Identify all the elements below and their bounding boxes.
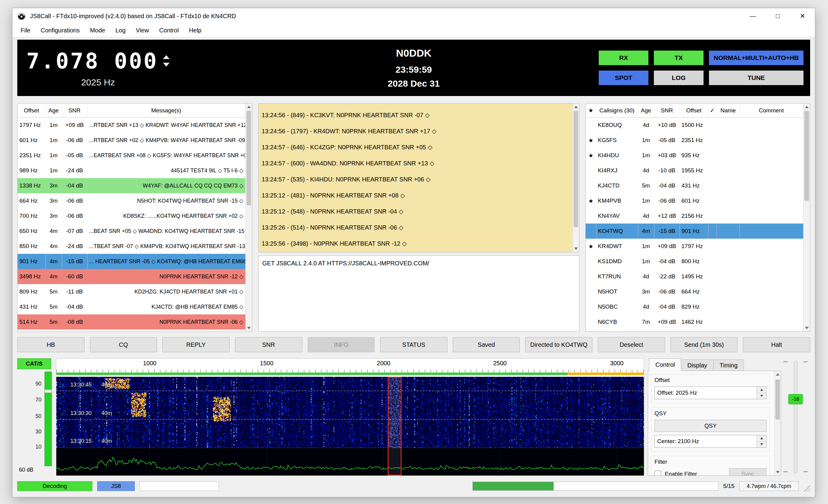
rx-button[interactable]: RX: [599, 51, 649, 65]
cell-star-icon[interactable]: ★: [586, 193, 596, 208]
frequency-down-icon[interactable]: [163, 63, 170, 67]
cell-star-icon[interactable]: [586, 284, 596, 299]
calls-column-header[interactable]: Name: [716, 103, 740, 118]
menu-item[interactable]: Configurations: [35, 24, 85, 37]
cell-star-icon[interactable]: [586, 208, 596, 223]
maximize-button[interactable]: □: [765, 8, 790, 24]
activity-row[interactable]: 850 Hz 4m -24 dB ...TBEAT SNR -07 ◇ KM4P…: [17, 239, 245, 254]
action-button[interactable]: STATUS: [380, 337, 447, 352]
gain-slider-handle[interactable]: -16: [788, 394, 803, 404]
callsign-row[interactable]: KO4TWQ 4m -15 dB 901 Hz: [586, 223, 803, 239]
tune-button[interactable]: TUNE: [709, 71, 803, 85]
action-button[interactable]: INFO: [308, 337, 375, 352]
action-button[interactable]: REPLY: [162, 337, 230, 352]
callsign-row[interactable]: ★ KG5FS 1m -05 dB 2351 Hz: [586, 133, 803, 148]
spin-down-icon[interactable]: [757, 393, 766, 399]
activity-row[interactable]: 664 Hz 3m -06 dB N5HOT: KO4TWQ HEARTBEAT…: [17, 193, 245, 208]
activity-column-header[interactable]: Message(s): [87, 103, 245, 118]
resize-grip[interactable]: [803, 485, 810, 492]
menu-item[interactable]: Help: [184, 24, 207, 37]
spin-up-icon[interactable]: [757, 387, 766, 393]
control-tab[interactable]: Control: [649, 358, 681, 371]
action-button[interactable]: SNR: [235, 337, 302, 352]
callsign-row[interactable]: N5HOT 3m -06 dB 664 Hz: [586, 284, 803, 299]
minimize-button[interactable]: —: [741, 8, 765, 24]
spin-down-icon[interactable]: [757, 441, 766, 448]
calls-column-header[interactable]: Offset: [679, 103, 708, 118]
activity-row[interactable]: 700 Hz 3m -06 dB KD8SKZ: ......KO4TWQ HE…: [17, 208, 245, 223]
menu-item[interactable]: Mode: [85, 24, 110, 37]
activity-row[interactable]: 431 Hz 5m -04 dB KJ4CTD: @HB HEARTBEAT E…: [17, 299, 245, 314]
cell-star-icon[interactable]: [586, 178, 596, 193]
callsign-row[interactable]: KJ4CTD 5m -04 dB 431 Hz: [586, 178, 803, 193]
rx-log-scrollbar[interactable]: [572, 103, 579, 252]
activity-row[interactable]: 809 Hz 5m -11 dB KD2HZG: KJ4CTD HEARTBEA…: [17, 284, 245, 299]
control-tab[interactable]: Display: [681, 360, 713, 371]
calls-column-header[interactable]: SNR: [654, 103, 679, 118]
callsign-row[interactable]: KS1DMD 1m -04 dB 800 Hz: [586, 254, 803, 269]
close-button[interactable]: ✕: [790, 8, 815, 24]
menu-item[interactable]: File: [15, 24, 35, 37]
cell-star-icon[interactable]: [586, 163, 596, 178]
control-panel-scrollbar[interactable]: [774, 371, 781, 475]
scroll-up-icon[interactable]: [573, 103, 579, 110]
mode-status-button[interactable]: JS8: [97, 481, 135, 491]
activity-row[interactable]: 1338 Hz 3m -04 dB W4YAF: @ALLCALL CQ CQ …: [17, 178, 245, 193]
cell-star-icon[interactable]: [586, 223, 596, 239]
activity-row[interactable]: 2351 Hz 1m -05 dB ...EARTBEAT SNR +08 ◇ …: [17, 148, 245, 163]
compose-box[interactable]: GET JS8CALL 2.4.0 AT HTTPS://JS8CALL-IMP…: [258, 255, 579, 332]
log-button[interactable]: LOG: [654, 71, 704, 85]
qsy-button[interactable]: QSY: [655, 420, 767, 432]
activity-column-header[interactable]: SNR: [62, 103, 87, 118]
center-spinbox[interactable]: Center: 2100 Hz: [655, 435, 767, 448]
spinner-buttons[interactable]: [756, 435, 766, 447]
offset-selection-box[interactable]: [388, 377, 402, 475]
waterfall-display[interactable]: 13:30:45 40m 13:30:30 40m 13:30:15: [56, 377, 644, 475]
activity-row[interactable]: 514 Hz 5m -08 dB N0PRNK HEARTBEAT SNR -0…: [17, 314, 245, 330]
menu-item[interactable]: Log: [110, 24, 130, 37]
cell-star-icon[interactable]: ★: [586, 148, 596, 163]
rx-message-log[interactable]: 13:24:56 - (849) - KC3KVT: N0PRNK HEARTB…: [258, 103, 579, 252]
calls-scrollbar[interactable]: [803, 103, 810, 331]
waterfall-canvas[interactable]: [56, 377, 644, 475]
enable-filter-checkbox[interactable]: [655, 471, 661, 476]
action-button[interactable]: Directed to KO4TWQ: [525, 337, 592, 352]
scroll-down-icon[interactable]: [803, 325, 810, 331]
activity-scrollbar[interactable]: [245, 103, 252, 331]
cell-star-icon[interactable]: ★: [586, 133, 596, 148]
sync-button[interactable]: Sync: [729, 468, 767, 476]
calls-column-header[interactable]: Callsigns (30): [596, 103, 638, 118]
callsign-row[interactable]: N6CYB 7m +09 dB 1462 Hz: [586, 314, 803, 330]
action-button[interactable]: HB: [17, 337, 84, 352]
tx-button[interactable]: TX: [654, 51, 704, 65]
cell-star-icon[interactable]: [586, 299, 596, 314]
activity-row[interactable]: 989 Hz 1m -24 dB 445147 TEST4 9IL ◇ T5 I…: [17, 163, 245, 178]
offset-spinbox[interactable]: Offset: 2025 Hz: [655, 386, 767, 399]
frequency-display[interactable]: 7.078 000: [26, 48, 158, 74]
callsign-row[interactable]: ★ KM4PVB 1m -06 dB 601 Hz: [586, 193, 803, 208]
cell-star-icon[interactable]: [586, 118, 596, 133]
scroll-up-icon[interactable]: [774, 371, 781, 378]
action-button[interactable]: CQ: [90, 337, 157, 352]
calls-column-header[interactable]: ★: [586, 103, 596, 118]
slider-groove[interactable]: [794, 361, 797, 473]
cell-star-icon[interactable]: [586, 314, 596, 330]
activity-row[interactable]: 1797 Hz 1m +09 dB ...RTBEAT SNR +13 ◇ KR…: [17, 118, 245, 133]
spot-button[interactable]: SPOT: [599, 71, 649, 85]
callsign-row[interactable]: KI4RXJ 4d -10 dB 1955 Hz: [586, 163, 803, 178]
calls-column-header[interactable]: Comment: [740, 103, 803, 118]
action-button[interactable]: Send (1m 30s): [670, 337, 738, 352]
activity-column-header[interactable]: Age: [45, 103, 62, 118]
frequency-up-icon[interactable]: [163, 55, 170, 59]
scroll-up-icon[interactable]: [246, 103, 252, 110]
cell-star-icon[interactable]: [586, 254, 596, 269]
activity-row[interactable]: 650 Hz 4m -07 dB ...BEAT SNR +05 ◇ WA4DN…: [17, 223, 245, 239]
action-button[interactable]: Deselect: [598, 337, 665, 352]
callsign-row[interactable]: KT7RUN 4d -22 dB 1495 Hz: [586, 269, 803, 284]
cell-star-icon[interactable]: ★: [586, 239, 596, 254]
menu-item[interactable]: View: [131, 24, 154, 37]
scroll-down-icon[interactable]: [573, 245, 579, 252]
action-button[interactable]: Halt: [743, 337, 810, 352]
callsign-row[interactable]: KE8OUQ 4d +10 dB 1500 Hz: [586, 118, 803, 133]
callsign-row[interactable]: N5OBC 4d -04 dB 829 Hz: [586, 299, 803, 314]
